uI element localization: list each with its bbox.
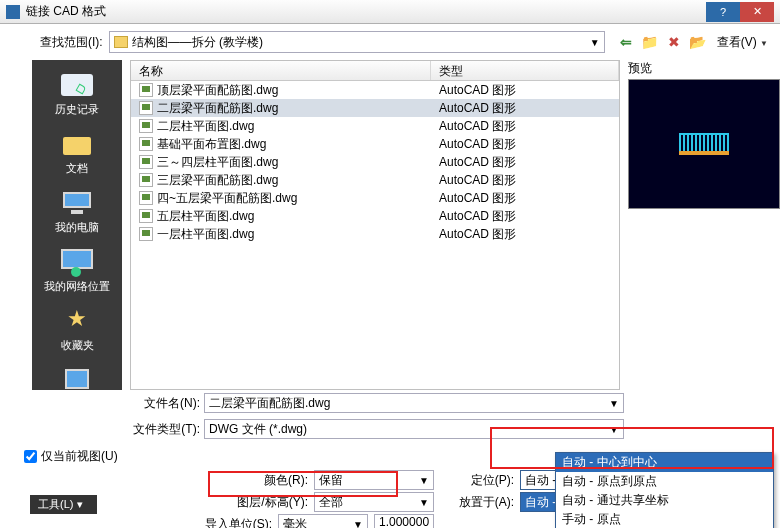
dropdown-item[interactable]: 自动 - 原点到原点	[556, 472, 773, 491]
chevron-down-icon: ▼	[590, 37, 600, 48]
delete-icon[interactable]: ✖	[665, 34, 683, 50]
file-type: AutoCAD 图形	[431, 226, 619, 243]
sidebar-item-network[interactable]: 我的网络位置	[32, 243, 122, 302]
dwg-icon	[139, 227, 153, 241]
star-icon	[57, 306, 97, 336]
file-row[interactable]: 二层柱平面图.dwgAutoCAD 图形	[131, 117, 619, 135]
dwg-icon	[139, 83, 153, 97]
dwg-icon	[139, 191, 153, 205]
filename-combo[interactable]: 二层梁平面配筋图.dwg▼	[204, 393, 624, 413]
look-in-label: 查找范围(I):	[40, 34, 103, 51]
dropdown-item[interactable]: 手动 - 原点	[556, 510, 773, 528]
place-at-label: 放置于(A):	[458, 494, 514, 511]
view-menu[interactable]: 查看(V) ▼	[717, 34, 768, 51]
file-name: 基础平面布置图.dwg	[157, 136, 266, 153]
app-icon	[6, 5, 20, 19]
network-icon	[57, 247, 97, 277]
folder-icon	[114, 36, 128, 48]
dropdown-item[interactable]: 自动 - 中心到中心	[556, 453, 773, 472]
file-type: AutoCAD 图形	[431, 190, 619, 207]
newfolder-icon[interactable]: 📂	[689, 34, 707, 50]
file-type: AutoCAD 图形	[431, 82, 619, 99]
scale-field[interactable]: 1.000000	[374, 514, 434, 528]
back-icon[interactable]: ⇐	[617, 34, 635, 50]
file-name: 二层梁平面配筋图.dwg	[157, 100, 278, 117]
position-label: 定位(P):	[458, 472, 514, 489]
col-type[interactable]: 类型	[431, 61, 619, 80]
file-row[interactable]: 一层柱平面图.dwgAutoCAD 图形	[131, 225, 619, 243]
dwg-icon	[139, 101, 153, 115]
file-name: 一层柱平面图.dwg	[157, 226, 254, 243]
dwg-icon	[139, 173, 153, 187]
units-combo[interactable]: 毫米▼	[278, 514, 368, 528]
dwg-icon	[139, 119, 153, 133]
file-row[interactable]: 顶层梁平面配筋图.dwgAutoCAD 图形	[131, 81, 619, 99]
file-name: 五层柱平面图.dwg	[157, 208, 254, 225]
dwg-icon	[139, 137, 153, 151]
folder-icon	[57, 129, 97, 159]
window-title: 链接 CAD 格式	[26, 3, 706, 20]
look-in-path: 结构图——拆分 (教学楼)	[132, 34, 263, 51]
filetype-combo[interactable]: DWG 文件 (*.dwg)▼	[204, 419, 624, 439]
current-view-only-label: 仅当前视图(U)	[41, 448, 118, 465]
sidebar-item-blank[interactable]	[32, 361, 122, 405]
file-name: 三层梁平面配筋图.dwg	[157, 172, 278, 189]
file-row[interactable]: 四~五层梁平面配筋图.dwgAutoCAD 图形	[131, 189, 619, 207]
look-in-combo[interactable]: 结构图——拆分 (教学楼) ▼	[109, 31, 605, 53]
tools-menu[interactable]: 工具(L) ▾	[30, 495, 97, 514]
current-view-only-checkbox[interactable]	[24, 450, 37, 463]
layers-label: 图层/标高(Y):	[237, 494, 308, 511]
file-name: 顶层梁平面配筋图.dwg	[157, 82, 278, 99]
sidebar-item-docs[interactable]: 文档	[32, 125, 122, 184]
filename-label: 文件名(N):	[130, 395, 200, 412]
file-row[interactable]: 三层梁平面配筋图.dwgAutoCAD 图形	[131, 171, 619, 189]
file-type: AutoCAD 图形	[431, 172, 619, 189]
file-type: AutoCAD 图形	[431, 154, 619, 171]
up-icon[interactable]: 📁	[641, 34, 659, 50]
sidebar-item-fav[interactable]: 收藏夹	[32, 302, 122, 361]
help-button[interactable]: ?	[706, 2, 740, 22]
file-name: 二层柱平面图.dwg	[157, 118, 254, 135]
file-type: AutoCAD 图形	[431, 118, 619, 135]
file-type: AutoCAD 图形	[431, 136, 619, 153]
monitor-icon	[57, 365, 97, 395]
file-type: AutoCAD 图形	[431, 100, 619, 117]
file-list[interactable]: 名称 类型 顶层梁平面配筋图.dwgAutoCAD 图形二层梁平面配筋图.dwg…	[130, 60, 620, 390]
file-row[interactable]: 五层柱平面图.dwgAutoCAD 图形	[131, 207, 619, 225]
file-name: 四~五层梁平面配筋图.dwg	[157, 190, 297, 207]
filetype-label: 文件类型(T):	[130, 421, 200, 438]
file-name: 三～四层柱平面图.dwg	[157, 154, 278, 171]
units-label: 导入单位(S):	[205, 516, 272, 529]
preview-pane	[628, 79, 780, 209]
places-sidebar: 历史记录 文档 我的电脑 我的网络位置 收藏夹	[32, 60, 122, 390]
dwg-icon	[139, 155, 153, 169]
sidebar-item-computer[interactable]: 我的电脑	[32, 184, 122, 243]
colors-label: 颜色(R):	[264, 472, 308, 489]
computer-icon	[57, 188, 97, 218]
col-name[interactable]: 名称	[131, 61, 431, 80]
file-row[interactable]: 基础平面布置图.dwgAutoCAD 图形	[131, 135, 619, 153]
preview-label: 预览	[628, 60, 772, 77]
layers-combo[interactable]: 全部▼	[314, 492, 434, 512]
file-row[interactable]: 三～四层柱平面图.dwgAutoCAD 图形	[131, 153, 619, 171]
file-row[interactable]: 二层梁平面配筋图.dwgAutoCAD 图形	[131, 99, 619, 117]
dwg-icon	[139, 209, 153, 223]
history-icon	[57, 70, 97, 100]
sidebar-item-history[interactable]: 历史记录	[32, 66, 122, 125]
position-dropdown[interactable]: 自动 - 中心到中心自动 - 原点到原点自动 - 通过共享坐标手动 - 原点手动…	[555, 452, 774, 528]
file-type: AutoCAD 图形	[431, 208, 619, 225]
colors-combo[interactable]: 保留▼	[314, 470, 434, 490]
close-button[interactable]: ✕	[740, 2, 774, 22]
dropdown-item[interactable]: 自动 - 通过共享坐标	[556, 491, 773, 510]
